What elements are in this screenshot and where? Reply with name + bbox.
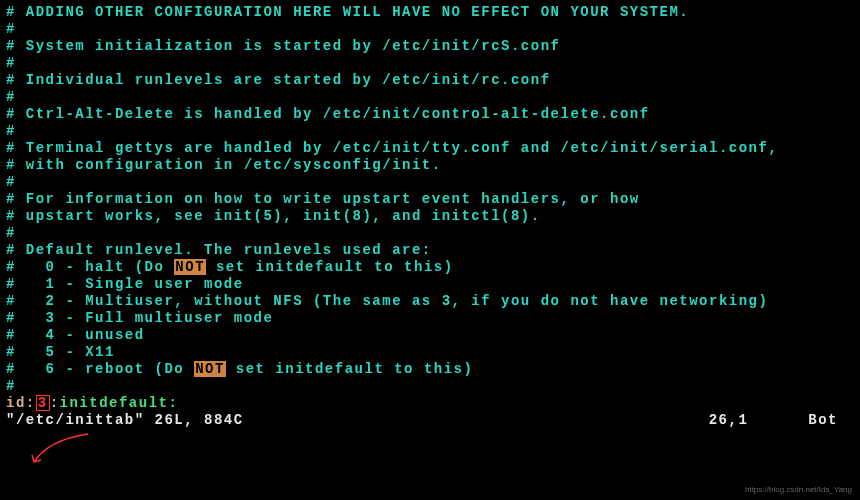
comment-line: # Default runlevel. The runlevels used a… [6, 242, 854, 259]
initdefault-segment: initdefault: [60, 395, 179, 411]
annotation-arrow-icon [28, 432, 98, 472]
comment-line: # System initialization is started by /e… [6, 38, 854, 55]
comment-line: # with configuration in /etc/sysconfig/i… [6, 157, 854, 174]
comment-line: # [6, 89, 854, 106]
comment-line: # [6, 55, 854, 72]
file-content: # ADDING OTHER CONFIGURATION HERE WILL H… [6, 4, 854, 412]
id-segment: id: [6, 395, 36, 411]
file-info: "/etc/inittab" 26L, 884C [6, 412, 244, 429]
comment-line: # [6, 123, 854, 140]
runlevel-0: # 0 - halt (Do NOT set initdefault to th… [6, 259, 854, 276]
runlevel-1: # 1 - Single user mode [6, 276, 854, 293]
runlevel-2: # 2 - Multiuser, without NFS (The same a… [6, 293, 854, 310]
comment-line: # Ctrl-Alt-Delete is handled by /etc/ini… [6, 106, 854, 123]
vi-status-bar: "/etc/inittab" 26L, 884C 26,1 Bot [6, 412, 854, 429]
runlevel-value-box: 3 [36, 395, 50, 411]
watermark-text: https://blog.csdn.net/Ids_Yang [745, 481, 852, 498]
runlevel-6: # 6 - reboot (Do NOT set initdefault to … [6, 361, 854, 378]
comment-line: # ADDING OTHER CONFIGURATION HERE WILL H… [6, 4, 854, 21]
runlevel-4: # 4 - unused [6, 327, 854, 344]
comment-line: # upstart works, see init(5), init(8), a… [6, 208, 854, 225]
vi-editor-terminal[interactable]: # ADDING OTHER CONFIGURATION HERE WILL H… [0, 0, 860, 500]
initdefault-line: id:3:initdefault: [6, 395, 854, 412]
comment-line: # [6, 378, 854, 395]
comment-line: # [6, 225, 854, 242]
scroll-indicator: Bot [808, 412, 854, 429]
comment-line: # [6, 174, 854, 191]
cursor-position: 26,1 [709, 412, 809, 429]
comment-line: # Terminal gettys are handled by /etc/in… [6, 140, 854, 157]
comment-line: # Individual runlevels are started by /e… [6, 72, 854, 89]
runlevel-5: # 5 - X11 [6, 344, 854, 361]
runlevel-3: # 3 - Full multiuser mode [6, 310, 854, 327]
comment-line: # [6, 21, 854, 38]
comment-line: # For information on how to write upstar… [6, 191, 854, 208]
not-highlight: NOT [194, 361, 226, 377]
not-highlight: NOT [174, 259, 206, 275]
